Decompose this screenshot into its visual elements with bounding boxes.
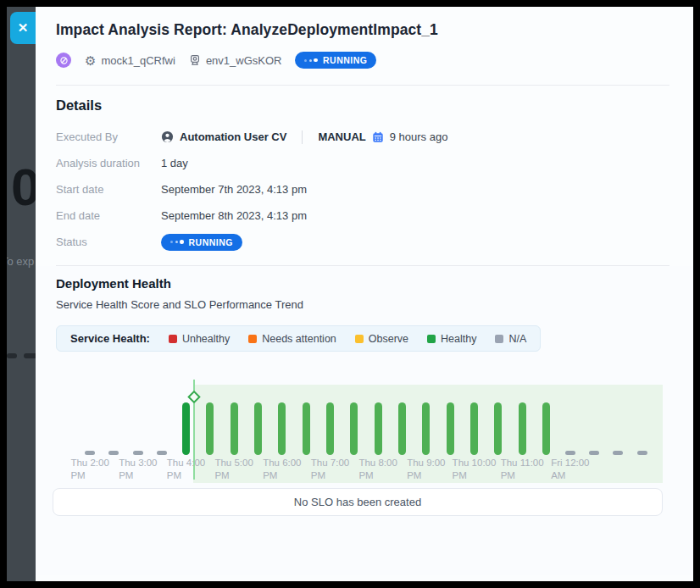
legend-swatch <box>355 335 364 343</box>
detail-label: Executed By <box>56 130 161 143</box>
executed-time: 9 hours ago <box>390 130 448 143</box>
chart-slot[interactable] <box>270 402 294 455</box>
chart-slot[interactable] <box>534 402 558 455</box>
chart-slot[interactable] <box>558 451 582 455</box>
chart-slot[interactable] <box>510 402 534 455</box>
background-partial-text: To exp <box>7 255 34 268</box>
environment-name: env1_wGsKOR <box>206 54 282 67</box>
healthy-bar <box>278 402 286 455</box>
chart-slot[interactable] <box>438 402 462 455</box>
na-dash <box>565 451 575 455</box>
na-dash <box>589 451 599 455</box>
healthy-bar <box>350 402 358 455</box>
running-dots-icon <box>170 240 184 244</box>
no-slo-message: No SLO has been created <box>294 496 421 508</box>
chart-slot[interactable] <box>150 451 174 455</box>
legend-item-label: Needs attention <box>262 333 336 345</box>
chart-slot[interactable] <box>414 402 438 455</box>
close-icon: ✕ <box>18 20 29 36</box>
detail-label: Status <box>56 236 161 248</box>
detail-row-end-date: End date September 8th 2023, 4:13 pm <box>56 202 669 229</box>
chart-slot[interactable] <box>318 402 342 455</box>
chart-slot[interactable] <box>78 451 102 455</box>
status-badge-label: RUNNING <box>323 55 368 65</box>
chart-slot[interactable] <box>294 402 318 455</box>
chart-slot[interactable] <box>606 451 630 455</box>
legend-swatch <box>248 335 257 343</box>
orbit-glyph <box>59 56 69 65</box>
trigger-type: MANUAL <box>318 130 365 143</box>
running-dots-icon <box>304 58 318 63</box>
na-dash <box>637 451 647 455</box>
legend-swatch <box>427 335 436 343</box>
chart-slot[interactable] <box>126 451 150 455</box>
legend-item: Unhealthy <box>169 333 230 345</box>
gear-icon: ⚙ <box>85 54 96 67</box>
service-health-legend: Service Health: UnhealthyNeeds attention… <box>56 325 541 352</box>
healthy-bar <box>303 402 310 455</box>
na-dash <box>133 451 143 455</box>
legend-item-label: Observe <box>369 333 408 345</box>
chart-slot[interactable] <box>631 451 654 455</box>
vertical-divider <box>302 130 303 144</box>
report-meta-row: ⚙ mock1_qCRfwi env1_wGsKOR RUNNING <box>56 52 669 69</box>
x-axis-label: Thu 2:00PM <box>70 457 108 482</box>
chart-slot[interactable] <box>246 402 269 455</box>
chart-slot[interactable] <box>222 402 246 455</box>
na-dash <box>613 451 623 455</box>
details-heading: Details <box>56 97 669 114</box>
start-date-value: September 7th 2023, 4:13 pm <box>161 183 307 196</box>
environment-meta: env1_wGsKOR <box>189 54 282 67</box>
legend-item-label: N/A <box>508 333 526 345</box>
legend-item-label: Unhealthy <box>182 333 230 345</box>
end-date-value: September 8th 2023, 4:13 pm <box>161 209 307 222</box>
service-meta: ⚙ mock1_qCRfwi <box>85 54 175 67</box>
analysis-duration-value: 1 day <box>161 157 188 169</box>
close-drawer-button[interactable]: ✕ <box>10 12 36 44</box>
healthy-bar <box>470 402 478 455</box>
healthy-bar <box>231 402 238 455</box>
dimmed-background-page: 0 To exp ✕ Impact Analysis Report: Analy… <box>7 7 693 581</box>
page-title: Impact Analysis Report: AnalyzeDeploymen… <box>56 21 669 39</box>
user-icon <box>161 130 174 143</box>
detail-label: End date <box>56 209 161 222</box>
legend-item: Healthy <box>427 333 476 345</box>
status-badge-label: RUNNING <box>189 237 234 247</box>
healthy-bar <box>422 402 430 455</box>
impact-analysis-report-drawer: Impact Analysis Report: AnalyzeDeploymen… <box>36 7 693 581</box>
drawer-bottom-spacer <box>56 516 669 575</box>
legend-swatch <box>495 335 503 343</box>
deployment-health-section: Deployment Health Service Health Score a… <box>36 266 693 575</box>
detail-row-duration: Analysis duration 1 day <box>56 150 669 176</box>
na-dash <box>108 451 119 455</box>
detail-label: Analysis duration <box>56 157 161 169</box>
healthy-bar <box>206 402 214 455</box>
status-badge: RUNNING <box>295 52 376 69</box>
chart-slot[interactable] <box>462 402 486 455</box>
na-dash <box>157 451 167 455</box>
chart-slot[interactable] <box>390 402 414 455</box>
healthy-bar <box>398 402 406 455</box>
chart-slot[interactable] <box>174 402 197 455</box>
background-dash <box>7 353 17 358</box>
chart-slot[interactable] <box>366 402 390 455</box>
detail-row-start-date: Start date September 7th 2023, 4:13 pm <box>56 176 669 202</box>
chart-slot[interactable] <box>486 402 510 455</box>
calendar-icon <box>372 131 384 143</box>
impact-analysis-icon <box>56 53 71 68</box>
status-badge: RUNNING <box>161 234 242 251</box>
chart-slot[interactable] <box>582 451 606 455</box>
detail-label: Start date <box>56 183 161 196</box>
legend-title: Service Health: <box>70 332 150 345</box>
chart-slot[interactable] <box>342 402 366 455</box>
chart-subtitle: Service Health Score and SLO Performance… <box>56 298 669 311</box>
healthy-bar <box>254 402 262 455</box>
legend-item: N/A <box>495 333 526 345</box>
drawer-header: Impact Analysis Report: AnalyzeDeploymen… <box>36 7 693 69</box>
chart-slot[interactable] <box>198 402 222 455</box>
legend-item: Observe <box>355 333 408 345</box>
deployment-health-heading: Deployment Health <box>56 276 669 291</box>
legend-swatch <box>169 335 177 343</box>
healthy-bar <box>494 402 502 455</box>
chart-slot[interactable] <box>102 451 125 455</box>
